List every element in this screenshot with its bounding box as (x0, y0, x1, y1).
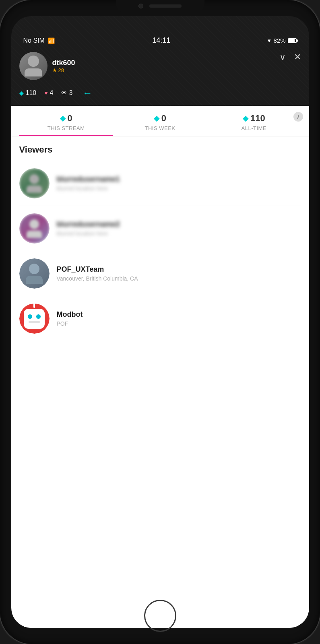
content-section: ◆ 0 THIS STREAM ◆ 0 THIS WEEK ◆ 110 (11, 106, 309, 628)
speaker (149, 4, 182, 8)
viewer-info-modbot: Modbot POF (57, 310, 83, 327)
close-button[interactable]: ✕ (294, 52, 301, 62)
battery-icon (288, 38, 297, 43)
viewer-avatar-pof (19, 258, 50, 289)
viewer-avatar-2 (19, 213, 50, 244)
home-button[interactable] (144, 600, 176, 632)
diamond-stat: ◆ 110 (19, 89, 37, 97)
heart-icon: ♥ (44, 90, 47, 96)
viewers-title: Viewers (19, 144, 301, 155)
eye-count: 3 (69, 89, 72, 97)
viewer-name-1: blurredusername1 (57, 175, 120, 184)
phone-notch (116, 0, 204, 12)
heart-count: 4 (50, 89, 54, 97)
avatar-circle-1 (19, 168, 50, 198)
viewer-info-pof: POF_UXTeam Vancouver, British Columbia, … (57, 265, 138, 282)
heart-stat: ♥ 4 (44, 89, 53, 97)
viewer-name-modbot: Modbot (57, 310, 83, 319)
viewer-info-1: blurredusername1 blurred location here (57, 175, 120, 192)
tab-this-week[interactable]: ◆ 0 THIS WEEK (113, 106, 207, 136)
avatar-circle-pof (19, 258, 50, 289)
viewer-sub-pof: Vancouver, British Columbia, CA (57, 275, 138, 282)
wifi-icon: 📶 (48, 37, 55, 44)
tab-this-stream[interactable]: ◆ 0 THIS STREAM (19, 106, 113, 136)
this-stream-label: THIS STREAM (47, 125, 85, 131)
all-time-count: ◆ 110 (243, 113, 265, 124)
this-week-count: ◆ 0 (154, 113, 166, 124)
avatar-circle-modbot (19, 303, 50, 334)
signal-icon: ▾ (268, 37, 271, 44)
viewer-sub-1: blurred location here (57, 185, 120, 192)
carrier-label: No SIM (23, 37, 45, 44)
eye-icon: 👁 (61, 90, 67, 96)
tab-all-time[interactable]: ◆ 110 ALL-TIME (207, 106, 301, 136)
viewers-section: Viewers blur (11, 136, 309, 628)
battery-percent: 82% (273, 37, 285, 44)
viewer-sub-2: blurred location here (57, 230, 120, 237)
viewer-name-2: blurredusername2 (57, 220, 120, 229)
viewer-item[interactable]: blurredusername1 blurred location here (19, 161, 301, 206)
header-controls: ∨ ✕ (279, 52, 301, 62)
user-avatar[interactable] (19, 52, 47, 80)
viewer-avatar-1 (19, 168, 50, 198)
info-icon: i (297, 114, 299, 120)
viewer-list: blurredusername1 blurred location here (19, 161, 301, 341)
user-header: dtk600 ★ 28 ∨ ✕ (11, 48, 309, 85)
status-left: No SIM 📶 (23, 37, 55, 44)
username: dtk600 (52, 59, 75, 67)
viewer-avatar-modbot (19, 303, 50, 334)
tabs-container: ◆ 0 THIS STREAM ◆ 0 THIS WEEK ◆ 110 (11, 106, 309, 136)
star-icon: ★ (52, 67, 57, 73)
tab-diamond-icon-3: ◆ (243, 114, 248, 123)
info-button[interactable]: i (293, 112, 303, 122)
dark-section: No SIM 📶 14:11 ▾ 82% (11, 16, 309, 106)
viewer-item[interactable]: POF_UXTeam Vancouver, British Columbia, … (19, 251, 301, 296)
phone-frame: No SIM 📶 14:11 ▾ 82% (0, 0, 320, 644)
collapse-button[interactable]: ∨ (279, 52, 286, 62)
user-name-block: dtk600 ★ 28 (52, 59, 75, 73)
viewer-name-pof: POF_UXTeam (57, 265, 138, 274)
stats-row: ◆ 110 ♥ 4 👁 3 ← (11, 85, 309, 106)
tab-diamond-icon-2: ◆ (154, 114, 159, 123)
this-week-label: THIS WEEK (145, 125, 175, 131)
clock: 14:11 (152, 36, 170, 45)
this-stream-count: ◆ 0 (60, 113, 72, 124)
eye-stat: 👁 3 (61, 89, 72, 97)
diamond-icon: ◆ (19, 90, 24, 96)
avatar-background (19, 52, 47, 80)
arrow-indicator: ← (83, 87, 92, 99)
viewer-info-2: blurredusername2 blurred location here (57, 220, 120, 237)
viewer-sub-modbot: POF (57, 320, 83, 327)
all-time-label: ALL-TIME (242, 125, 267, 131)
status-right: ▾ 82% (268, 37, 297, 44)
user-stars: ★ 28 (52, 67, 75, 73)
viewer-item-modbot[interactable]: Modbot POF (19, 296, 301, 341)
phone-screen: No SIM 📶 14:11 ▾ 82% (11, 16, 309, 628)
status-bar: No SIM 📶 14:11 ▾ 82% (11, 16, 309, 48)
star-count: 28 (58, 67, 64, 73)
tab-diamond-icon-1: ◆ (60, 114, 66, 123)
diamond-count: 110 (26, 89, 37, 97)
front-camera (138, 4, 143, 8)
viewer-item[interactable]: blurredusername2 blurred location here (19, 206, 301, 251)
avatar-circle-2 (19, 213, 50, 244)
